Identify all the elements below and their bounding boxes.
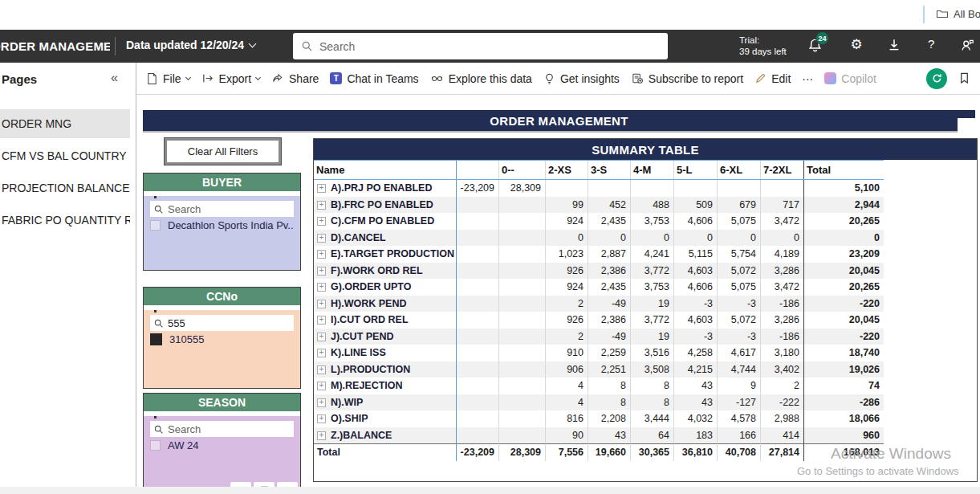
chevron-down-icon[interactable]	[249, 40, 257, 48]
toolbar-get-insights[interactable]: Get insights	[543, 72, 620, 85]
expand-row-icon[interactable]	[317, 217, 326, 226]
column-header-0--[interactable]: 0--	[498, 161, 545, 179]
expand-row-icon[interactable]	[317, 283, 326, 292]
unchecked-checkbox-icon[interactable]	[150, 440, 161, 451]
table-cell	[760, 180, 803, 197]
table-cell: 2,251	[588, 361, 630, 378]
slicer-column: BUYERDecathlon Sports India Pv...CCNo310…	[143, 173, 301, 494]
table-cell	[498, 296, 545, 312]
expand-row-icon[interactable]	[317, 349, 326, 357]
expand-row-icon[interactable]	[317, 201, 326, 210]
export-icon	[201, 72, 214, 84]
row-label: B).FRC PO ENABLED	[331, 197, 433, 212]
table-cell: 43	[588, 427, 630, 444]
expand-row-icon[interactable]	[317, 398, 326, 407]
global-search-box[interactable]	[293, 33, 668, 59]
toolbar-share-label: Share	[289, 72, 319, 85]
toolbar-explore-this-data[interactable]: Explore this data	[430, 72, 532, 85]
slicer-search-box[interactable]	[150, 421, 294, 437]
slicer-body: Decathlon Sports India Pv...	[144, 196, 300, 270]
table-cell: 3,516	[630, 345, 673, 361]
column-header-5-L[interactable]: 5-L	[673, 161, 717, 179]
slicer-search-input[interactable]	[168, 317, 291, 329]
toolbar-chat-in-teams[interactable]: Chat in Teams	[330, 72, 418, 85]
toolbar-share[interactable]: Share	[271, 72, 319, 85]
table-header-row: Name0--2-XS3-S4-M5-L6-XL7-2XLTotal	[314, 160, 884, 180]
help-icon[interactable]: ?	[928, 37, 934, 51]
slicer-item[interactable]: Decathlon Sports India Pv...	[150, 219, 294, 231]
expand-row-icon[interactable]	[317, 300, 326, 308]
expand-row-icon[interactable]	[317, 414, 326, 423]
column-header-6-XL[interactable]: 6-XL	[717, 161, 760, 179]
toolbar-chat-in-teams-label: Chat in Teams	[347, 72, 418, 85]
download-icon[interactable]	[887, 38, 901, 52]
notifications-count-badge[interactable]: 24	[815, 31, 829, 45]
glasses-icon	[430, 72, 444, 84]
table-cell: 960	[803, 427, 884, 444]
table-cell: 2,259	[588, 345, 630, 361]
data-updated-label[interactable]: Data updated 12/20/24	[126, 39, 244, 51]
sidebar-item-1[interactable]: CFM VS BAL COUNTRY ...	[0, 141, 130, 170]
expand-row-icon[interactable]	[317, 365, 326, 374]
table-cell: 4,606	[673, 279, 717, 296]
report-toolbar: FileExportShareChat in TeamsExplore this…	[136, 63, 980, 95]
slicer-search-input[interactable]	[168, 203, 291, 215]
row-label: D).CANCEL	[331, 230, 386, 245]
expand-row-icon[interactable]	[317, 382, 326, 390]
toolbar-more-options[interactable]: ···	[802, 72, 813, 85]
table-cell: 0	[803, 230, 884, 247]
expand-row-icon[interactable]	[317, 333, 326, 341]
slicer-search-box[interactable]	[150, 201, 294, 217]
expand-row-icon[interactable]	[317, 316, 326, 325]
collapse-sidebar-icon[interactable]: «	[111, 71, 118, 85]
table-cell: 4,032	[673, 410, 717, 427]
collection-label[interactable]: All Bo	[954, 8, 980, 20]
table-cell: 5,100	[803, 180, 884, 197]
column-header-2-XS[interactable]: 2-XS	[545, 161, 588, 179]
table-cell: 2,435	[588, 279, 630, 296]
trial-label: Trial:	[739, 35, 787, 46]
sidebar-item-3[interactable]: FABRIC PO QUANTITY R...	[0, 206, 130, 235]
column-header-Name[interactable]: Name	[314, 161, 456, 179]
unchecked-checkbox-icon[interactable]	[150, 220, 161, 231]
feedback-person-icon[interactable]	[960, 38, 975, 53]
table-cell: 5,072	[717, 312, 760, 329]
column-header-blank[interactable]	[456, 161, 498, 179]
table-cell: 99	[545, 197, 588, 214]
table-cell: 3,772	[630, 263, 673, 280]
toolbar-copilot[interactable]: Copilot	[824, 72, 876, 85]
clear-all-filters-button[interactable]: Clear All Filters	[165, 138, 281, 165]
table-cell: 2,944	[803, 197, 884, 214]
row-name-cell: A).PRJ PO ENABLED	[314, 180, 456, 197]
column-header-3-S[interactable]: 3-S	[588, 161, 630, 179]
slicer-item[interactable]: AW 24	[150, 439, 294, 451]
column-header-Total[interactable]: Total	[803, 161, 884, 179]
slicer-item[interactable]: 310555	[150, 333, 294, 345]
expand-row-icon[interactable]	[317, 234, 326, 243]
bottom-scroll-strip[interactable]	[0, 487, 980, 494]
toolbar-edit[interactable]: Edit	[754, 72, 791, 85]
sidebar-item-0[interactable]: ORDER MNG	[0, 109, 130, 138]
column-header-4-M[interactable]: 4-M	[630, 161, 673, 179]
toolbar-subscribe-to-report[interactable]: Subscribe to report	[631, 72, 743, 85]
expand-row-icon[interactable]	[317, 250, 326, 259]
search-input[interactable]	[319, 40, 660, 53]
column-header-7-2XL[interactable]: 7-2XL	[760, 161, 803, 179]
expand-row-icon[interactable]	[317, 184, 326, 193]
refresh-button[interactable]	[926, 68, 947, 89]
table-cell: 18,066	[803, 410, 884, 427]
bookmark-icon[interactable]	[958, 71, 970, 85]
slicer-search-box[interactable]	[150, 315, 294, 331]
table-cell: 28,309	[498, 443, 545, 461]
expand-row-icon[interactable]	[317, 431, 326, 440]
expand-row-icon[interactable]	[317, 267, 326, 276]
table-cell	[456, 197, 498, 214]
toolbar-export[interactable]: Export	[201, 72, 260, 85]
settings-gear-icon[interactable]	[848, 36, 864, 54]
checked-checkbox-icon[interactable]	[150, 333, 162, 345]
table-cell: 4,603	[673, 263, 717, 280]
toolbar-file[interactable]: File	[146, 72, 190, 85]
table-cell	[456, 329, 498, 345]
slicer-search-input[interactable]	[168, 423, 291, 435]
sidebar-item-2[interactable]: PROJECTION BALANCE ...	[0, 174, 130, 202]
